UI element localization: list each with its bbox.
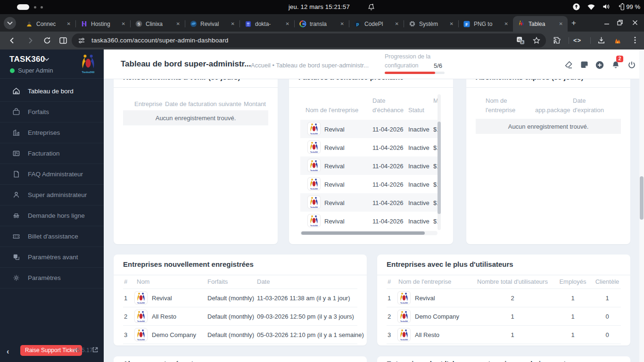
tab-clinixa[interactable]: S Clinixa ✕ xyxy=(130,16,185,32)
row-number: 3 xyxy=(388,331,391,338)
sidebar-item-plans[interactable]: Forfaits xyxy=(0,102,104,123)
company-name[interactable]: Demo Company xyxy=(152,331,196,338)
tab-taska360-active[interactable]: Tablea ✕ xyxy=(513,16,568,32)
side-panel-button[interactable] xyxy=(58,36,68,45)
system-clock[interactable]: jeu. 12 mars 15:21:57 xyxy=(289,3,350,10)
card-title: Abonnements récents xyxy=(123,360,198,362)
breadcrumb[interactable]: Accueil • Tableau de bord super-administ… xyxy=(251,62,369,69)
window-restore-button[interactable] xyxy=(617,19,623,26)
company-name[interactable]: Revival xyxy=(324,199,345,206)
window-pill-indicator[interactable] xyxy=(17,4,29,10)
chevron-down-icon[interactable] xyxy=(44,58,50,61)
sidebar-item-label: Paramètres xyxy=(28,274,61,281)
company-name[interactable]: Revival xyxy=(324,218,345,225)
tab-close-icon[interactable]: ✕ xyxy=(394,20,400,27)
tab-title: Revival xyxy=(200,21,227,27)
setup-progress-bar[interactable] xyxy=(385,72,445,74)
company-name[interactable]: All Resto xyxy=(415,331,439,338)
sidebar-item-super-admin[interactable]: Super administrateur xyxy=(0,185,104,206)
scrollbar-thumb[interactable] xyxy=(301,231,425,235)
sidebar-collapse-icon[interactable]: ‹ xyxy=(7,347,9,356)
wifi-icon[interactable] xyxy=(587,3,595,10)
tab-close-icon[interactable]: ✕ xyxy=(449,20,454,27)
company-name[interactable]: Revival xyxy=(324,144,345,151)
translate-icon[interactable]: GA xyxy=(516,36,525,45)
company-name[interactable]: Revival xyxy=(324,181,345,188)
sidebar-item-label: Demande hors ligne xyxy=(28,212,85,219)
company-name[interactable]: Revival xyxy=(152,295,172,302)
url-text[interactable]: taska360.com/account/super-admin-dashboa… xyxy=(91,37,229,44)
tab-png-converter[interactable]: F PNG to ✕ xyxy=(458,16,513,32)
tab-hostinger[interactable]: Hosting ✕ xyxy=(75,16,130,32)
downloads-icon[interactable] xyxy=(597,36,606,45)
window-close-button[interactable] xyxy=(632,19,638,26)
sidebar-item-dashboard[interactable]: Tableau de bord xyxy=(0,81,104,102)
system-update-icon[interactable] xyxy=(572,3,580,11)
tab-close-icon[interactable]: ✕ xyxy=(121,20,126,27)
tab-search-button[interactable] xyxy=(4,17,16,29)
tab-close-icon[interactable]: ✕ xyxy=(66,20,72,27)
company-name[interactable]: All Resto xyxy=(152,313,176,320)
document-icon xyxy=(12,170,21,179)
sidebar-item-offline-request[interactable]: Demande hors ligne xyxy=(0,206,104,226)
taska360-logo: Taska360 xyxy=(307,159,321,172)
tab-translate[interactable]: transla ✕ xyxy=(294,16,349,32)
tab-close-icon[interactable]: ✕ xyxy=(230,20,236,27)
incognito-icon xyxy=(12,211,21,220)
status: Inactive xyxy=(408,163,429,170)
forward-button[interactable] xyxy=(25,36,35,45)
scrollbar-thumb[interactable] xyxy=(438,122,441,214)
devtools-code-icon[interactable]: <> xyxy=(573,37,581,44)
tab-close-icon[interactable]: ✕ xyxy=(339,20,345,27)
add-icon[interactable] xyxy=(595,60,604,70)
company-name[interactable]: Revival xyxy=(324,126,345,133)
extensions-puzzle-icon[interactable] xyxy=(553,36,561,45)
company-name[interactable]: Revival xyxy=(415,295,435,302)
tab-close-icon[interactable]: ✕ xyxy=(504,20,509,27)
amount: $1 xyxy=(433,163,438,170)
total-users: 2 xyxy=(498,295,527,302)
taska360-logo: Taska360 xyxy=(134,310,148,323)
sidebar-item-admin-faq[interactable]: FAQ Administrateur xyxy=(0,164,104,185)
sidebar-item-billing[interactable]: Facturation xyxy=(0,143,104,164)
bookmark-star-icon[interactable] xyxy=(532,36,541,45)
tab-dokta[interactable]: dokta- ✕ xyxy=(239,16,294,32)
tab-connect[interactable]: Connec ✕ xyxy=(21,16,75,32)
sidebar-item-settings[interactable]: Paramètres xyxy=(0,268,104,288)
due-date: 11-04-2026 xyxy=(372,181,404,188)
raise-support-ticket-button[interactable]: Raise Support Ticket xyxy=(20,345,82,356)
window-minimize-button[interactable] xyxy=(603,19,610,26)
clear-cache-icon[interactable] xyxy=(564,60,573,69)
notes-icon[interactable] xyxy=(580,60,589,69)
system-notification-bell-icon[interactable] xyxy=(368,3,375,11)
new-tab-button[interactable]: + xyxy=(571,19,576,27)
external-link-icon[interactable] xyxy=(91,346,99,354)
browser-menu-icon[interactable] xyxy=(631,36,639,44)
sidebar-item-front-settings[interactable]: Paramètres avant xyxy=(0,247,104,268)
tab-codeplex[interactable]: p CodePl ✕ xyxy=(349,16,404,32)
tab-favicon-code: p xyxy=(354,20,361,28)
extension-flame-icon[interactable] xyxy=(613,36,622,45)
back-button[interactable] xyxy=(8,36,17,45)
company-name[interactable]: Demo Company xyxy=(415,313,459,320)
sidebar-item-companies[interactable]: Entreprises xyxy=(0,123,104,143)
tab-close-icon[interactable]: ✕ xyxy=(285,20,290,27)
tab-system[interactable]: Systèm ✕ xyxy=(404,16,458,32)
battery-charging-icon[interactable] xyxy=(617,2,625,11)
workspace-dot[interactable] xyxy=(34,6,36,8)
reload-button[interactable] xyxy=(42,36,52,45)
clients: 1 xyxy=(593,295,621,302)
address-bar[interactable]: taska360.com/account/super-admin-dashboa… xyxy=(72,33,546,48)
tab-close-icon[interactable]: ✕ xyxy=(558,20,564,27)
volume-icon[interactable] xyxy=(602,3,611,10)
scrollbar-thumb[interactable] xyxy=(640,176,644,220)
tab-revival[interactable]: Revival ✕ xyxy=(185,16,239,32)
date: 09-03-2026 12:50 pm (il y a 3 jours) xyxy=(257,313,354,320)
tab-close-icon[interactable]: ✕ xyxy=(175,20,181,27)
logout-power-icon[interactable] xyxy=(627,60,636,70)
brand-name[interactable]: TASK360 xyxy=(9,55,45,64)
company-name[interactable]: Revival xyxy=(324,163,345,170)
sidebar-item-support-ticket[interactable]: Billet d'assistance xyxy=(0,226,104,247)
workspace-dot[interactable] xyxy=(41,6,43,8)
site-settings-icon[interactable] xyxy=(77,36,86,45)
